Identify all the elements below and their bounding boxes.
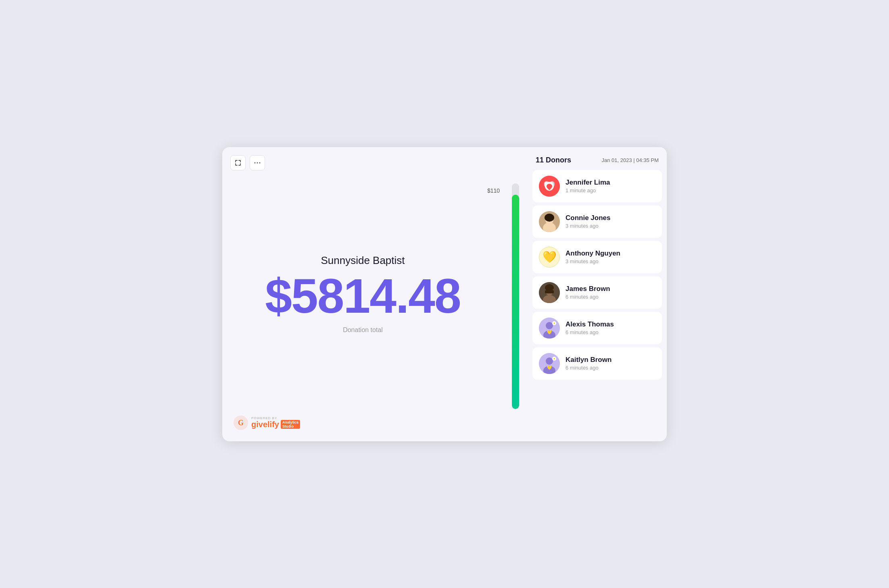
- svg-point-20: [546, 322, 553, 329]
- logo-area: G POWERED BY givelify AnalyticsStudio: [234, 416, 300, 430]
- donor-name-anthony: Anthony Nguyen: [566, 249, 620, 258]
- analytics-badge: AnalyticsStudio: [281, 420, 300, 429]
- donor-name-james: James Brown: [566, 285, 610, 293]
- donors-list: 🤍 Jennifer Lima 1 minute ago: [528, 168, 667, 441]
- donor-card-jennifer: 🤍 Jennifer Lima 1 minute ago: [532, 170, 662, 202]
- svg-point-1: [257, 162, 258, 163]
- logo-text: POWERED BY givelify AnalyticsStudio: [251, 416, 300, 429]
- avatar-james: [539, 282, 560, 303]
- donor-info-connie: Connie Jones 3 minutes ago: [566, 214, 610, 229]
- donor-time-jennifer: 1 minute ago: [566, 187, 610, 193]
- donor-info-anthony: Anthony Nguyen 3 minutes ago: [566, 249, 620, 264]
- donor-card-connie: Connie Jones 3 minutes ago: [532, 206, 662, 238]
- more-button[interactable]: [250, 155, 265, 170]
- donor-time-anthony: 3 minutes ago: [566, 258, 620, 264]
- donor-name-alexis: Alexis Thomas: [566, 320, 614, 328]
- connie-avatar-svg: [539, 211, 560, 232]
- avatar-connie: [539, 211, 560, 232]
- donor-name-jennifer: Jennifer Lima: [566, 179, 610, 187]
- donors-count: 11 Donors: [536, 156, 571, 164]
- brand-name: givelify: [251, 420, 279, 429]
- donor-card-kaitlyn: ✦ 💛 Kaitlyn Brown 6 minutes ago: [532, 347, 662, 380]
- app-window: Sunnyside Baptist $5814.48 Donation tota…: [222, 147, 667, 441]
- donors-header: 11 Donors Jan 01, 2023 | 04:35 PM: [528, 147, 667, 168]
- donation-label: Donation total: [343, 326, 383, 334]
- svg-rect-18: [545, 290, 554, 293]
- donor-time-alexis: 6 minutes ago: [566, 329, 614, 335]
- donor-card-alexis: ✦ 💛 Alexis Thomas 6 minutes ago: [532, 312, 662, 344]
- donor-time-kaitlyn: 6 minutes ago: [566, 365, 611, 371]
- svg-point-2: [259, 162, 261, 163]
- donor-card-james: James Brown 6 minutes ago: [532, 276, 662, 309]
- donor-info-kaitlyn: Kaitlyn Brown 6 minutes ago: [566, 356, 611, 371]
- svg-text:💛: 💛: [547, 330, 552, 335]
- donor-info-alexis: Alexis Thomas 6 minutes ago: [566, 320, 614, 335]
- donor-time-james: 6 minutes ago: [566, 294, 610, 300]
- donor-time-connie: 3 minutes ago: [566, 223, 610, 229]
- donor-name-connie: Connie Jones: [566, 214, 610, 222]
- right-panel: 11 Donors Jan 01, 2023 | 04:35 PM 🤍: [528, 147, 667, 441]
- top-controls: [230, 155, 265, 170]
- kaitlyn-avatar-svg: ✦ 💛: [539, 353, 560, 374]
- thermometer-track: [512, 183, 519, 409]
- expand-icon: [235, 160, 241, 166]
- thermometer-area: $110: [503, 147, 528, 441]
- thermometer-fill: [512, 195, 519, 409]
- anthony-avatar-emoji: 💛: [543, 250, 557, 264]
- jennifer-avatar-svg: 🤍: [539, 176, 560, 197]
- left-panel: Sunnyside Baptist $5814.48 Donation tota…: [222, 147, 503, 441]
- donor-name-kaitlyn: Kaitlyn Brown: [566, 356, 611, 364]
- powered-by-label: POWERED BY: [251, 416, 300, 420]
- donor-card-anthony: 💛 Anthony Nguyen 3 minutes ago: [532, 241, 662, 273]
- avatar-alexis: ✦ 💛: [539, 318, 560, 339]
- svg-text:✦: ✦: [553, 357, 556, 361]
- svg-point-13: [549, 214, 553, 219]
- svg-text:G: G: [238, 419, 244, 427]
- donation-amount: $5814.48: [265, 272, 461, 320]
- header-date: Jan 01, 2023 | 04:35 PM: [602, 157, 659, 163]
- alexis-avatar-svg: ✦ 💛: [539, 318, 560, 339]
- james-avatar-svg: [539, 282, 560, 303]
- expand-button[interactable]: [230, 155, 246, 170]
- svg-point-26: [546, 357, 553, 365]
- svg-text:💛: 💛: [547, 365, 552, 370]
- more-icon: [254, 162, 261, 164]
- avatar-kaitlyn: ✦ 💛: [539, 353, 560, 374]
- givelify-logo-icon: G: [234, 416, 248, 430]
- donor-info-james: James Brown 6 minutes ago: [566, 285, 610, 300]
- svg-point-0: [255, 162, 256, 163]
- donor-info-jennifer: Jennifer Lima 1 minute ago: [566, 179, 610, 193]
- org-name: Sunnyside Baptist: [321, 254, 405, 267]
- svg-text:✦: ✦: [553, 322, 556, 325]
- avatar-anthony: 💛: [539, 247, 560, 268]
- thermo-label: $110: [487, 187, 500, 194]
- avatar-jennifer: 🤍: [539, 176, 560, 197]
